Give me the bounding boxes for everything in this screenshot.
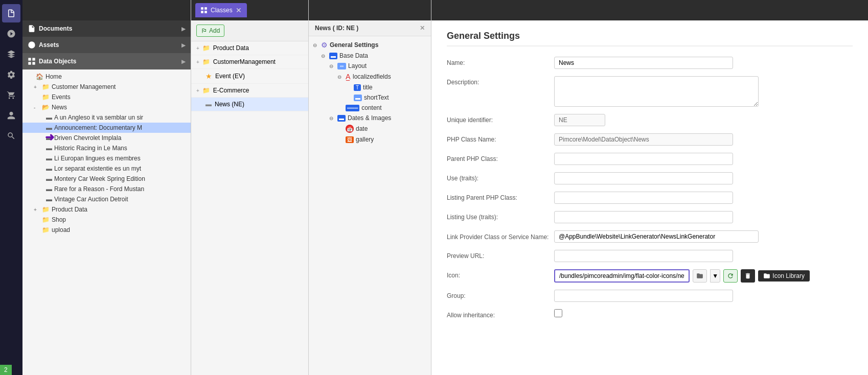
- icon-trash-btn[interactable]: [741, 269, 755, 283]
- schema-date[interactable]: 📅 date: [309, 123, 431, 134]
- unique-id-label: Unique identifier:: [447, 114, 549, 124]
- gs-collapse-icon: ⊖: [313, 42, 319, 48]
- assets-nav-icon[interactable]: [2, 25, 20, 43]
- content-icon: ═══: [346, 105, 359, 111]
- settings-nav-icon[interactable]: [2, 65, 20, 84]
- search-nav-icon[interactable]: [2, 127, 20, 145]
- tree-item-news-6[interactable]: ▬ Lor separat existentie es un myt: [22, 163, 191, 174]
- documents-nav-icon[interactable]: [2, 4, 20, 22]
- main-top-bar: [431, 0, 868, 20]
- svg-rect-8: [204, 11, 207, 13]
- icon-refresh-btn[interactable]: [723, 269, 738, 283]
- tree-item-news-5[interactable]: ▬ Li Europan lingues es membres: [22, 153, 191, 163]
- preview-url-input[interactable]: [554, 250, 733, 262]
- listing-use-row: Listing Use (traits):: [447, 211, 853, 223]
- home-icon: 🏠: [36, 73, 43, 80]
- schema-tab[interactable]: News ( ID: NE ) ✕: [309, 20, 431, 36]
- customer-mgmt-folder-class: 📁: [202, 58, 210, 65]
- svg-rect-5: [201, 7, 203, 10]
- documents-panel-header[interactable]: Documents ▶: [22, 20, 191, 37]
- schema-shorttext[interactable]: ▬ shortText: [309, 92, 431, 103]
- tree-item-events[interactable]: 📁 Events: [22, 92, 191, 102]
- schema-top-bar: [309, 0, 431, 20]
- schema-content[interactable]: ═══ content: [309, 103, 431, 113]
- php-class-row: PHP Class Name:: [447, 133, 853, 146]
- product-data-label: Product Data: [52, 206, 187, 213]
- class-item-event[interactable]: ★ Event (EV): [191, 69, 308, 84]
- tree-item-news[interactable]: - 📂 News: [22, 102, 191, 112]
- schema-base-data[interactable]: ⊖ ▬ Base Data: [309, 51, 431, 61]
- data-objects-panel-header[interactable]: Data Objects ▶: [22, 53, 191, 69]
- classes-close-btn[interactable]: ✕: [236, 6, 242, 14]
- tree-item-shop[interactable]: 📁 Shop: [22, 215, 191, 225]
- tree-item-news-9[interactable]: ▬ Vintage Car Auction Detroit: [22, 194, 191, 204]
- schema-dates-images[interactable]: ⊖ ▬ Dates & Images: [309, 113, 431, 123]
- data-objects-arrow: ▶: [181, 59, 186, 64]
- customer-mgmt-label: Customer Management: [52, 83, 187, 90]
- ecommerce-nav-icon[interactable]: [2, 86, 20, 104]
- tree-item-product-data[interactable]: + 📁 Product Data: [22, 204, 191, 215]
- parent-php-input[interactable]: [554, 153, 733, 165]
- schema-tab-close[interactable]: ✕: [420, 25, 425, 32]
- tree-item-customer-mgmt[interactable]: + 📁 Customer Management: [22, 82, 191, 92]
- icon-library-button[interactable]: Icon Library: [758, 270, 810, 282]
- title-label: title: [363, 84, 373, 91]
- listing-use-input[interactable]: [554, 211, 733, 223]
- allow-inheritance-label: Allow inheritance:: [447, 309, 549, 319]
- classes-tab[interactable]: Classes ✕: [195, 3, 247, 17]
- schema-general-settings[interactable]: ⊖ ⚙ General Settings: [309, 39, 431, 51]
- news-9-icon: ▬: [46, 196, 52, 203]
- assets-panel-header[interactable]: Assets ▶: [22, 37, 191, 53]
- news-class-icon: ▬: [205, 101, 212, 108]
- preview-url-label: Preview URL:: [447, 250, 549, 260]
- assets-arrow: ▶: [181, 42, 186, 48]
- classes-top-bar: Classes ✕: [191, 0, 308, 20]
- icon-folder-btn[interactable]: [693, 269, 707, 283]
- gallery-icon: 🖼: [346, 136, 354, 143]
- add-label: Add: [209, 27, 220, 34]
- svg-rect-4: [32, 62, 35, 64]
- add-class-button[interactable]: Add: [196, 25, 224, 37]
- main-content: General Settings Name: Description: Uniq…: [431, 20, 868, 375]
- product-data-expand: +: [34, 207, 40, 213]
- description-textarea[interactable]: [554, 76, 759, 107]
- users-nav-icon[interactable]: [2, 106, 20, 125]
- svg-rect-1: [28, 58, 31, 60]
- group-input[interactable]: [554, 290, 733, 302]
- tree-item-news-7[interactable]: ▬ Montery Car Week Spring Edition: [22, 174, 191, 184]
- icon-library-label: Icon Library: [772, 272, 805, 279]
- allow-inheritance-checkbox[interactable]: [554, 309, 562, 317]
- di-icon: ▬: [337, 115, 346, 122]
- tree-item-home[interactable]: 🏠 Home: [22, 72, 191, 82]
- class-item-ecommerce[interactable]: + 📁 E-Commerce: [191, 84, 308, 98]
- schema-layout[interactable]: ⊖ ═ Layout: [309, 61, 431, 71]
- tree-item-news-1[interactable]: ▬ A un Angleso it va semblar un sir: [22, 112, 191, 123]
- classes-header: Add: [191, 20, 308, 41]
- tree-item-upload[interactable]: 📁 upload: [22, 225, 191, 235]
- assets-label: Assets: [39, 41, 59, 49]
- parent-php-row: Parent PHP Class:: [447, 153, 853, 165]
- schema-gallery[interactable]: 🖼 gallery: [309, 134, 431, 145]
- lf-icon: A̲: [346, 73, 351, 81]
- listing-parent-label: Listing Parent PHP Class:: [447, 192, 549, 201]
- class-item-product-data[interactable]: + 📁 Product Data: [191, 41, 308, 55]
- link-provider-input[interactable]: [554, 230, 759, 243]
- unique-id-input[interactable]: [554, 114, 605, 126]
- icon-dropdown-arrow[interactable]: ▼: [710, 269, 720, 283]
- class-item-customer-mgmt[interactable]: + 📁 CustomerManagement: [191, 55, 308, 69]
- svg-point-0: [28, 41, 35, 48]
- news-6-label: Lor separat existentie es un myt: [54, 165, 187, 172]
- use-traits-input[interactable]: [554, 172, 733, 184]
- listing-parent-input[interactable]: [554, 192, 733, 204]
- schema-localizedfields[interactable]: ⊖ A̲ localizedfields: [309, 71, 431, 82]
- news-2-label: Announcement: Documentary M: [54, 124, 187, 131]
- tree-item-news-4[interactable]: ▬ Historic Racing in Le Mans: [22, 143, 191, 153]
- schema-title[interactable]: T title: [309, 82, 431, 92]
- php-class-input[interactable]: [554, 133, 733, 146]
- tree-item-news-8[interactable]: ▬ Rare for a Reason - Ford Mustan: [22, 184, 191, 194]
- data-objects-nav-icon[interactable]: [2, 45, 20, 63]
- icon-input[interactable]: [554, 269, 690, 283]
- di-label: Dates & Images: [348, 114, 391, 122]
- class-item-news[interactable]: ▬ News (NE): [191, 98, 308, 111]
- name-input[interactable]: [554, 57, 733, 69]
